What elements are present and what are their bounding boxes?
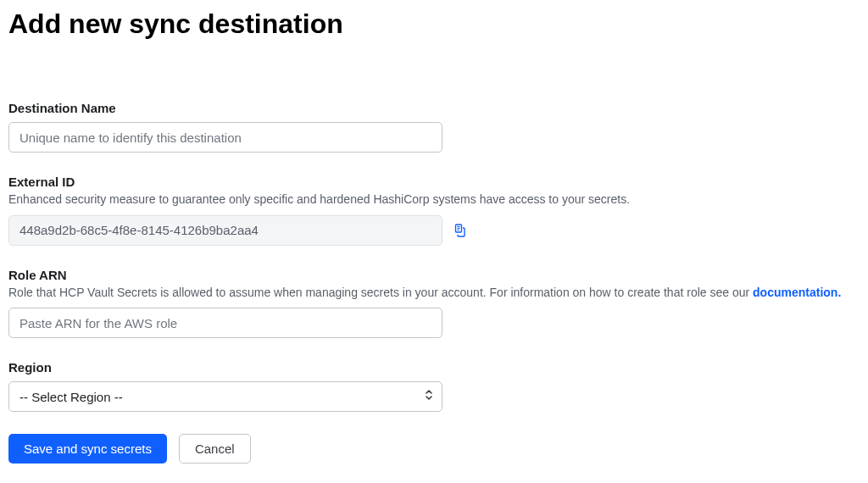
role-arn-label: Role ARN [8, 268, 860, 282]
destination-name-label: Destination Name [8, 101, 860, 115]
documentation-link[interactable]: documentation. [753, 286, 841, 299]
external-id-input [8, 215, 442, 246]
region-field: Region -- Select Region -- [8, 360, 860, 412]
region-label: Region [8, 360, 860, 375]
button-row: Save and sync secrets Cancel [8, 434, 860, 464]
region-select[interactable]: -- Select Region -- [8, 381, 442, 412]
page-title: Add new sync destination [8, 8, 860, 40]
save-button[interactable]: Save and sync secrets [8, 434, 167, 464]
destination-name-input[interactable] [8, 122, 442, 153]
clipboard-copy-icon[interactable] [453, 224, 466, 237]
cancel-button[interactable]: Cancel [179, 434, 251, 464]
external-id-help: Enhanced security measure to guarantee o… [8, 192, 860, 208]
role-arn-input[interactable] [8, 308, 442, 338]
role-arn-field: Role ARN Role that HCP Vault Secrets is … [8, 268, 860, 339]
role-arn-help: Role that HCP Vault Secrets is allowed t… [8, 285, 860, 302]
external-id-field: External ID Enhanced security measure to… [8, 175, 860, 246]
role-arn-help-text: Role that HCP Vault Secrets is allowed t… [8, 286, 753, 299]
destination-name-field: Destination Name [8, 101, 860, 153]
external-id-label: External ID [8, 175, 860, 189]
